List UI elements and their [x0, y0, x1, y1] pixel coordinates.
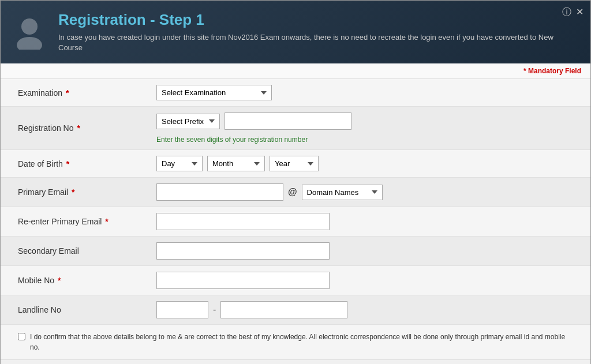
examination-controls: Select Examination CA Final CA IPCC CA F…	[156, 85, 573, 100]
prefix-select[interactable]: Select Prefix WRO ERO CRO NRO SRO	[156, 114, 220, 129]
registration-no-controls: Select Prefix WRO ERO CRO NRO SRO Enter …	[156, 112, 573, 144]
reenter-email-row: Re-enter Primary Email *	[1, 207, 590, 237]
month-select[interactable]: Month JanuaryFebruaryMarchApril MayJuneJ…	[207, 156, 265, 171]
window-controls: ⓘ ✕	[562, 6, 583, 18]
examination-row: Examination * Select Examination CA Fina…	[1, 79, 590, 107]
mandatory-bar: * Mandatory Field	[1, 63, 590, 79]
mobile-no-label: Mobile No *	[18, 276, 156, 285]
secondary-email-row: Secondary Email	[1, 237, 590, 266]
registration-number-input[interactable]	[225, 112, 351, 130]
registration-no-label: Registration No *	[18, 123, 156, 133]
landline-no-label: Landline No	[18, 305, 156, 314]
year-select[interactable]: Year 1990199119921993 19941995	[270, 156, 319, 171]
page-title: Registration - Step 1	[58, 11, 579, 29]
user-avatar-icon	[12, 15, 47, 50]
domain-select[interactable]: Domain Names gmail.com yahoo.com hotmail…	[302, 185, 383, 200]
close-icon[interactable]: ✕	[576, 6, 583, 18]
landline-no-controls: -	[156, 301, 573, 318]
landline-no-row: Landline No -	[1, 295, 590, 325]
landline-number-input[interactable]	[220, 301, 347, 318]
svg-point-0	[21, 18, 38, 35]
registration-no-row: Registration No * Select Prefix WRO ERO …	[1, 107, 590, 150]
primary-email-label: Primary Email *	[18, 187, 156, 197]
header: Registration - Step 1 In case you have c…	[1, 1, 590, 63]
secondary-email-input[interactable]	[156, 242, 330, 260]
header-text: Registration - Step 1 In case you have c…	[58, 11, 579, 53]
primary-email-input[interactable]	[156, 183, 283, 201]
mobile-no-controls	[156, 272, 573, 289]
dash-symbol: -	[213, 305, 216, 315]
dob-row: Date of Birth * Day 12345 678910 Month J…	[1, 150, 590, 178]
mandatory-label: * Mandatory Field	[523, 67, 581, 75]
secondary-email-label: Secondary Email	[18, 246, 156, 256]
landline-area-code-input[interactable]	[156, 301, 208, 318]
day-select[interactable]: Day 12345 678910	[156, 156, 203, 171]
registration-window: Registration - Step 1 In case you have c…	[0, 0, 591, 364]
confirm-text: I do confirm that the above details belo…	[30, 332, 573, 352]
reenter-email-label: Re-enter Primary Email *	[18, 217, 156, 226]
header-subtitle: In case you have created login under thi…	[58, 32, 579, 53]
svg-point-1	[17, 37, 42, 50]
registration-hint: Enter the seven digits of your registrat…	[156, 136, 573, 144]
confirm-checkbox[interactable]	[18, 333, 25, 340]
secondary-email-controls	[156, 242, 573, 260]
primary-email-row: Primary Email * @ Domain Names gmail.com…	[1, 178, 590, 207]
confirm-row: I do confirm that the above details belo…	[1, 325, 590, 359]
footer: Register	[1, 359, 590, 364]
info-icon[interactable]: ⓘ	[562, 6, 571, 18]
dob-controls: Day 12345 678910 Month JanuaryFebruaryMa…	[156, 156, 573, 171]
primary-email-controls: @ Domain Names gmail.com yahoo.com hotma…	[156, 183, 573, 201]
examination-select[interactable]: Select Examination CA Final CA IPCC CA F…	[156, 85, 272, 100]
reenter-email-input[interactable]	[156, 213, 330, 230]
examination-label: Examination *	[18, 88, 156, 97]
mobile-no-input[interactable]	[156, 272, 330, 289]
form-body: Examination * Select Examination CA Fina…	[1, 79, 590, 359]
mobile-no-row: Mobile No *	[1, 266, 590, 295]
dob-label: Date of Birth *	[18, 159, 156, 168]
at-symbol: @	[288, 187, 297, 197]
reenter-email-controls	[156, 213, 573, 230]
